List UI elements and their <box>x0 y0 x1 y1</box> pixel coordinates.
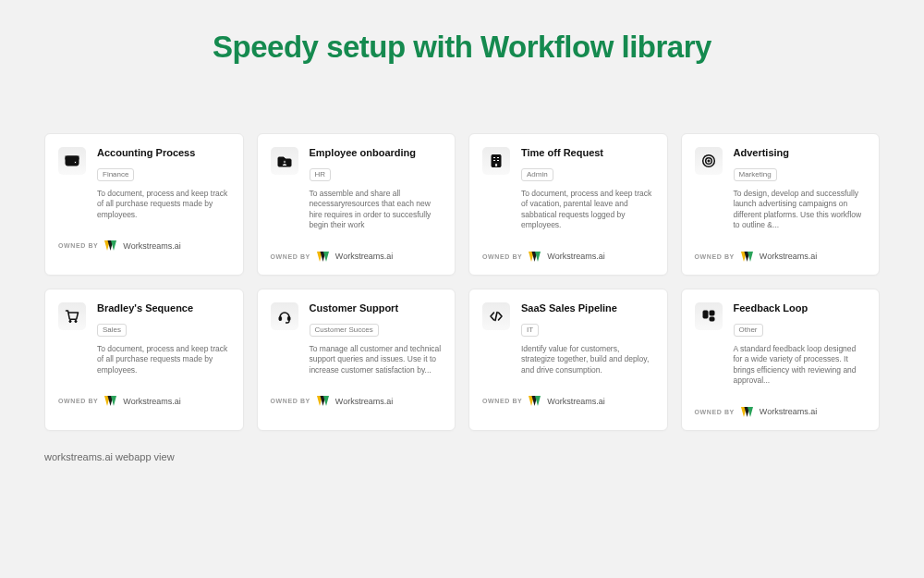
workstreams-logo-icon <box>741 252 753 262</box>
code-icon <box>482 302 510 330</box>
card-tag: Marketing <box>734 168 777 181</box>
card-description: To assemble and share all necessaryresou… <box>310 189 443 231</box>
card-tag: HR <box>310 168 332 181</box>
card-description: To document, process and keep track of a… <box>97 189 230 220</box>
owner-name: Workstreams.ai <box>547 397 604 406</box>
workflow-card[interactable]: Bradley's Sequence Sales To document, pr… <box>44 289 244 431</box>
workflow-cards-grid: Accounting Process Finance To document, … <box>44 133 880 431</box>
workflow-card[interactable]: Feedback Loop Other A standard feedback … <box>681 289 881 431</box>
target-icon <box>695 147 723 175</box>
person-folder-icon <box>271 147 298 175</box>
card-title: Accounting Process <box>97 147 230 158</box>
owner-name: Workstreams.ai <box>760 407 817 416</box>
card-description: To document, process and keep track of v… <box>521 189 654 231</box>
card-title: Advertising <box>734 147 867 158</box>
workflow-card[interactable]: Time off Request Admin To document, proc… <box>468 133 668 276</box>
card-description: To manage all customer and technical sup… <box>310 344 443 375</box>
workflow-card[interactable]: Accounting Process Finance To document, … <box>44 133 244 276</box>
workflow-card[interactable]: Customer Support Customer Succes To mana… <box>257 289 456 431</box>
workstreams-logo-icon <box>104 240 116 251</box>
card-tag: Customer Succes <box>310 324 379 337</box>
card-tag: Other <box>734 324 763 337</box>
owned-by-label: OWNED BY <box>482 253 522 260</box>
owner-name: Workstreams.ai <box>760 252 817 261</box>
card-title: Customer Support <box>310 302 443 314</box>
owned-by-label: OWNED BY <box>271 398 310 404</box>
owner-name: Workstreams.ai <box>335 397 393 406</box>
card-description: A standard feedback loop designed for a … <box>734 344 867 387</box>
card-description: To document, process and keep track of a… <box>97 344 230 375</box>
card-title: SaaS Sales Pipeline <box>521 302 654 314</box>
headset-icon <box>271 302 298 330</box>
workstreams-logo-icon <box>529 396 541 406</box>
building-icon <box>482 147 510 175</box>
wallet-icon <box>58 147 86 175</box>
workstreams-logo-icon <box>529 252 541 262</box>
workstreams-logo-icon <box>317 396 329 406</box>
card-title: Time off Request <box>521 147 654 158</box>
card-tag: Finance <box>97 168 134 181</box>
view-caption: workstreams.ai webapp view <box>44 451 880 462</box>
owned-by-label: OWNED BY <box>695 253 735 260</box>
owner-name: Workstreams.ai <box>335 252 393 261</box>
owner-name: Workstreams.ai <box>123 241 180 251</box>
owner-name: Workstreams.ai <box>123 397 180 406</box>
kanban-icon <box>695 302 723 330</box>
owner-name: Workstreams.ai <box>547 252 604 261</box>
workstreams-logo-icon <box>741 407 753 417</box>
workflow-card[interactable]: Employee onboarding HR To assemble and s… <box>257 133 456 276</box>
card-title: Bradley's Sequence <box>97 302 230 314</box>
owned-by-label: OWNED BY <box>482 398 522 404</box>
owned-by-label: OWNED BY <box>58 242 98 249</box>
cart-icon <box>58 302 86 330</box>
card-description: Identify value for customers, strategize… <box>521 344 654 375</box>
owned-by-label: OWNED BY <box>271 253 310 260</box>
card-description: To design, develop and successfully laun… <box>734 189 867 231</box>
card-title: Employee onboarding <box>310 147 443 158</box>
page-title: Speedy setup with Workflow library <box>44 30 880 65</box>
workflow-card[interactable]: SaaS Sales Pipeline IT Identify value fo… <box>468 289 668 431</box>
card-tag: Admin <box>521 168 553 181</box>
workstreams-logo-icon <box>317 252 329 262</box>
workflow-card[interactable]: Advertising Marketing To design, develop… <box>681 133 881 276</box>
card-tag: IT <box>521 324 539 337</box>
workstreams-logo-icon <box>104 396 116 406</box>
card-tag: Sales <box>97 324 127 337</box>
owned-by-label: OWNED BY <box>58 398 98 404</box>
card-title: Feedback Loop <box>734 302 867 314</box>
owned-by-label: OWNED BY <box>695 409 735 415</box>
